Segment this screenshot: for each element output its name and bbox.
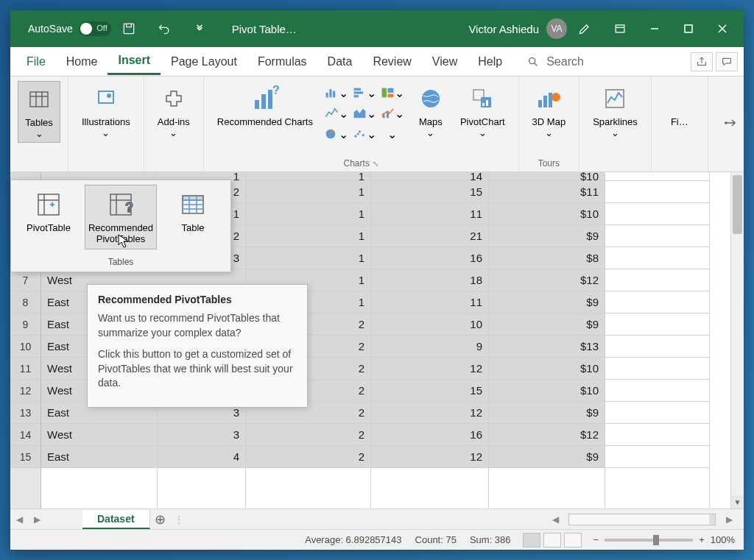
cell[interactable]: $11 — [489, 181, 605, 203]
recommended-charts-button[interactable]: ? Recommended Charts — [211, 81, 319, 130]
autosave-toggle[interactable]: AutoSave Off — [28, 21, 111, 36]
minimize-button[interactable] — [638, 10, 672, 47]
cell[interactable]: $13 — [489, 336, 605, 358]
cell[interactable]: $9 — [489, 402, 605, 424]
cell[interactable]: $10 — [489, 172, 605, 181]
treemap-button[interactable]: ⌄ — [381, 84, 404, 102]
toggle-switch[interactable]: Off — [79, 21, 111, 36]
vertical-scrollbar[interactable]: ▼ — [730, 172, 744, 508]
menu-home[interactable]: Home — [56, 49, 108, 74]
cell[interactable]: $9 — [489, 446, 605, 468]
menu-formulas[interactable]: Formulas — [247, 49, 317, 74]
cell[interactable]: 3 — [158, 424, 245, 446]
pie-chart-button[interactable]: ⌄ — [325, 125, 348, 143]
cell[interactable]: $12 — [489, 269, 605, 291]
cell[interactable]: $9 — [489, 313, 605, 336]
cell[interactable]: 2 — [246, 424, 370, 446]
cell[interactable] — [605, 269, 709, 291]
sparklines-button[interactable]: Sparklines ⌄ — [587, 81, 644, 141]
add-sheet-button[interactable]: ⊕ — [150, 509, 171, 530]
cell[interactable]: 16 — [371, 424, 488, 446]
cell[interactable]: 1 — [246, 172, 370, 181]
cell[interactable] — [605, 225, 709, 247]
cell[interactable]: 9 — [371, 336, 488, 358]
cell[interactable]: 21 — [371, 225, 488, 247]
cell[interactable]: $10 — [489, 358, 605, 380]
menu-file[interactable]: File — [16, 49, 56, 74]
menu-review[interactable]: Review — [362, 49, 421, 74]
cell[interactable]: $9 — [489, 291, 605, 313]
cell[interactable]: 1 — [246, 247, 370, 269]
comments-button[interactable] — [716, 52, 738, 71]
zoom-in-button[interactable]: + — [699, 534, 705, 545]
row-header[interactable]: 9 — [10, 313, 40, 336]
row-header[interactable]: 13 — [10, 402, 40, 424]
cell[interactable]: 1 — [246, 225, 370, 247]
sheet-tab-dataset[interactable]: Dataset — [82, 510, 150, 529]
surface-chart-button[interactable]: ⌄ — [381, 125, 404, 143]
row-header[interactable]: 14 — [10, 424, 40, 446]
undo-icon[interactable] — [152, 17, 176, 40]
tables-button[interactable]: Tables ⌄ — [18, 81, 60, 143]
column-f[interactable] — [605, 172, 710, 508]
cell[interactable]: East — [41, 446, 157, 468]
menu-insert[interactable]: Insert — [108, 48, 161, 75]
row-header[interactable]: 8 — [10, 291, 40, 313]
tab-prev-button[interactable]: ◀ — [10, 509, 28, 530]
cell[interactable]: $9 — [489, 225, 605, 247]
cell[interactable]: 2 — [246, 446, 370, 468]
cell[interactable]: 12 — [371, 446, 488, 468]
menu-help[interactable]: Help — [468, 49, 512, 74]
addins-button[interactable]: Add-ins ⌄ — [152, 81, 196, 141]
cell[interactable] — [605, 172, 709, 181]
cell[interactable]: $10 — [489, 203, 605, 225]
cell[interactable] — [605, 402, 709, 424]
cell[interactable]: 15 — [371, 181, 488, 203]
cell[interactable] — [605, 424, 709, 446]
maximize-button[interactable] — [672, 10, 705, 47]
hscroll-right-button[interactable]: ▶ — [720, 509, 738, 530]
user-account[interactable]: Victor Ashiedu VA — [468, 18, 567, 39]
row-header[interactable]: 15 — [10, 446, 40, 468]
cell[interactable]: West — [41, 424, 157, 446]
close-button[interactable] — [705, 10, 739, 47]
filters-button[interactable]: Fi… — [659, 81, 700, 130]
cell[interactable] — [605, 446, 709, 468]
cell[interactable]: $12 — [489, 424, 605, 446]
page-break-view-button[interactable] — [564, 533, 582, 547]
charts-dialog-launcher[interactable]: ⤡ — [373, 160, 378, 168]
cell[interactable] — [605, 336, 709, 358]
tab-grip[interactable]: ⋮ — [174, 514, 180, 525]
cell[interactable]: 14 — [371, 172, 488, 181]
search-box[interactable]: Search — [527, 55, 584, 68]
row-header[interactable]: 7 — [10, 269, 40, 291]
cell[interactable] — [605, 247, 709, 269]
cell[interactable] — [605, 291, 709, 313]
cell[interactable] — [605, 358, 709, 380]
column-d[interactable]: 141511211618111091215121612 — [371, 172, 489, 508]
scatter-chart-button[interactable]: ⌄ — [353, 125, 376, 143]
illustrations-button[interactable]: Illustrations ⌄ — [76, 81, 136, 141]
row-header[interactable]: 10 — [10, 336, 40, 358]
cell[interactable]: 11 — [371, 291, 488, 313]
menu-data[interactable]: Data — [317, 49, 363, 74]
bar-chart-button[interactable]: ⌄ — [353, 84, 376, 102]
table-button[interactable]: Table — [160, 185, 226, 249]
cell[interactable] — [605, 203, 709, 225]
column-e[interactable]: $10$11$10$9$8$12$9$9$13$10$10$9$12$9 — [489, 172, 605, 508]
cell[interactable]: 12 — [371, 358, 488, 380]
cell[interactable]: $8 — [489, 247, 605, 269]
cell[interactable] — [605, 380, 709, 402]
menu-view[interactable]: View — [422, 49, 468, 74]
collapse-ribbon-icon[interactable] — [723, 117, 738, 132]
cell[interactable]: 1 — [246, 181, 370, 203]
3d-map-button[interactable]: 3D Map ⌄ — [526, 81, 572, 141]
cell[interactable]: 4 — [158, 446, 245, 468]
tab-next-button[interactable]: ▶ — [28, 509, 46, 530]
draw-icon[interactable] — [573, 17, 596, 40]
pivottable-button[interactable]: PivotTable — [15, 185, 82, 249]
cell[interactable]: 18 — [371, 269, 488, 291]
cell[interactable]: $10 — [489, 380, 605, 402]
column-chart-button[interactable]: ⌄ — [325, 84, 348, 102]
cell[interactable]: 16 — [371, 247, 488, 269]
